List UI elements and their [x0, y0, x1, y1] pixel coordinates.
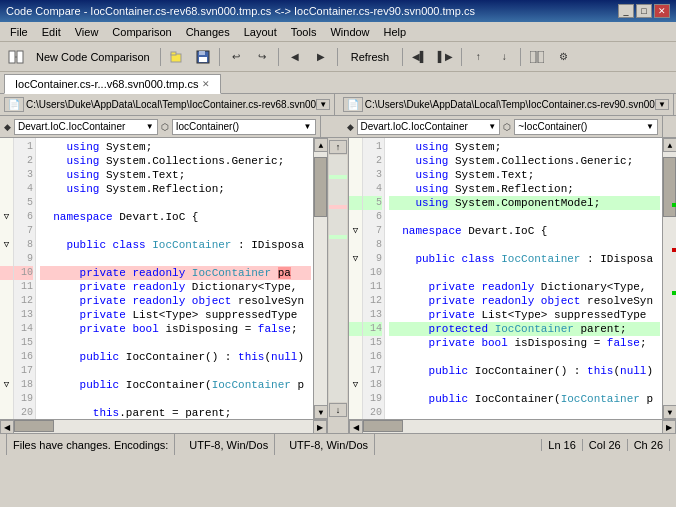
left-hscroll-track — [14, 420, 313, 433]
code-line: public IocContainer() : this(null) — [40, 350, 311, 364]
code-line: private readonly Dictionary<Type, — [389, 280, 660, 294]
toolbar: New Code Comparison ↩ ↪ ◀ ▶ Refresh ◀▌ ▌… — [0, 42, 676, 72]
mid-gutter-diff-map — [329, 155, 347, 402]
left-code-content[interactable]: using System; using System.Collections.G… — [36, 138, 313, 419]
refresh-nav-prev[interactable]: ◀ — [283, 46, 307, 68]
left-tab-close[interactable]: ✕ — [202, 79, 210, 89]
left-method-dropdown[interactable]: IocContainer() ▼ — [172, 119, 316, 135]
left-hscroll-thumb[interactable] — [14, 420, 54, 432]
next-diff-icon[interactable]: ↓ — [492, 46, 516, 68]
right-hscrollbar[interactable]: ◀ ▶ — [349, 419, 676, 433]
right-hscroll-left[interactable]: ◀ — [349, 420, 363, 433]
menu-window[interactable]: Window — [324, 24, 375, 40]
right-fold-namespace[interactable]: ▽ — [349, 224, 362, 238]
left-method-text: IocContainer() — [176, 121, 239, 132]
redo-icon[interactable]: ↪ — [250, 46, 274, 68]
status-line: Ln 16 — [541, 439, 583, 451]
fold-namespace[interactable]: ▽ — [0, 210, 13, 224]
window-controls: _ □ ✕ — [618, 4, 670, 18]
right-class-icon: ◆ — [347, 122, 354, 132]
left-class-text: Devart.IoC.IocContainer — [18, 121, 125, 132]
save-icon[interactable] — [191, 46, 215, 68]
prev-diff-icon[interactable]: ↑ — [466, 46, 490, 68]
left-hscroll-left[interactable]: ◀ — [0, 420, 14, 433]
code-line — [40, 196, 311, 210]
right-scroll-thumb[interactable] — [663, 157, 676, 217]
left-scroll-down[interactable]: ▼ — [314, 405, 327, 419]
code-line — [389, 210, 660, 224]
right-code-content[interactable]: using System; using System.Collections.G… — [385, 138, 662, 419]
menu-file[interactable]: File — [4, 24, 34, 40]
right-hscroll-thumb[interactable] — [363, 420, 403, 432]
right-path-icon[interactable]: 📄 — [343, 97, 363, 112]
menu-view[interactable]: View — [69, 24, 105, 40]
menu-help[interactable]: Help — [378, 24, 413, 40]
svg-rect-0 — [9, 51, 15, 63]
right-scroll-up[interactable]: ▲ — [663, 138, 676, 152]
menu-changes[interactable]: Changes — [180, 24, 236, 40]
code-line: using System.Text; — [40, 168, 311, 182]
code-line — [389, 406, 660, 419]
open-icon[interactable] — [165, 46, 189, 68]
new-comparison-label[interactable]: New Code Comparison — [30, 49, 156, 65]
left-vscrollbar[interactable]: ▲ ▼ — [313, 138, 327, 419]
code-line — [40, 392, 311, 406]
right-class-dropdown[interactable]: Devart.IoC.IocContainer ▼ — [357, 119, 501, 135]
code-line: private List<Type> suppressedType — [389, 308, 660, 322]
menu-comparison[interactable]: Comparison — [106, 24, 177, 40]
left-scroll-thumb[interactable] — [314, 157, 327, 217]
left-path-bar: 📄 C:\Users\Duke\AppData\Local\Temp\IocCo… — [0, 94, 335, 115]
panel-headers: 📄 C:\Users\Duke\AppData\Local\Temp\IocCo… — [0, 94, 676, 116]
left-class-dropdown[interactable]: Devart.IoC.IocContainer ▼ — [14, 119, 158, 135]
code-line — [389, 238, 660, 252]
undo-icon[interactable]: ↩ — [224, 46, 248, 68]
left-scroll-up[interactable]: ▲ — [314, 138, 327, 152]
right-method-dropdown[interactable]: ~IocContainer() ▼ — [514, 119, 658, 135]
refresh-nav-next[interactable]: ▶ — [309, 46, 333, 68]
left-class-arrow: ▼ — [146, 122, 154, 131]
refresh-button[interactable]: Refresh — [342, 46, 399, 68]
sync-scroll-up[interactable]: ↑ — [329, 140, 347, 154]
copy-left-icon[interactable]: ◀▌ — [407, 46, 431, 68]
code-line — [389, 378, 660, 392]
left-hscroll-right[interactable]: ▶ — [313, 420, 327, 433]
code-line — [40, 224, 311, 238]
code-line: private readonly object resolveSyn — [389, 294, 660, 308]
status-right-encoding: UTF-8, Win/Dos — [283, 434, 375, 455]
menu-layout[interactable]: Layout — [238, 24, 283, 40]
close-button[interactable]: ✕ — [654, 4, 670, 18]
menu-tools[interactable]: Tools — [285, 24, 323, 40]
maximize-button[interactable]: □ — [636, 4, 652, 18]
left-path-icon[interactable]: 📄 — [4, 97, 24, 112]
left-path-dropdown[interactable]: ▼ — [316, 99, 330, 110]
mid-class-sep — [321, 116, 343, 137]
menu-edit[interactable]: Edit — [36, 24, 67, 40]
code-line: this.parent = parent; — [40, 406, 311, 419]
right-class-bar: ◆ Devart.IoC.IocContainer ▼ ⬡ ~IocContai… — [343, 116, 663, 137]
code-line-highlight: private readonly IocContainer pa — [40, 266, 311, 280]
toolbar-separator-7 — [520, 48, 521, 66]
left-file-tab[interactable]: IocContainer.cs-r...v68.svn000.tmp.cs ✕ — [4, 74, 221, 94]
fold-ctor2[interactable]: ▽ — [0, 378, 13, 392]
right-scroll-down[interactable]: ▼ — [663, 405, 676, 419]
right-fold-class[interactable]: ▽ — [349, 252, 362, 266]
settings-icon[interactable]: ⚙ — [551, 46, 575, 68]
code-line: using System.Reflection; — [40, 182, 311, 196]
left-hscrollbar[interactable]: ◀ ▶ — [0, 419, 327, 433]
sync-scroll-down[interactable]: ↓ — [329, 403, 347, 417]
right-hscroll-right[interactable]: ▶ — [662, 420, 676, 433]
new-comparison-icon[interactable] — [4, 46, 28, 68]
minimize-button[interactable]: _ — [618, 4, 634, 18]
right-fold-ctor2[interactable]: ▽ — [349, 378, 362, 392]
code-line: public IocContainer(IocContainer p — [389, 392, 660, 406]
left-fold-gutter: ▽ ▽ ▽ ▽ — [0, 138, 14, 419]
right-vscrollbar[interactable]: ▲ ▼ — [662, 138, 676, 419]
right-path-dropdown[interactable]: ▼ — [655, 99, 669, 110]
right-code-panel: ▽ ▽ ▽ ▽ 1 — [349, 138, 676, 433]
left-code-panel: ▽ ▽ ▽ ▽ 1 — [0, 138, 327, 433]
copy-right-icon[interactable]: ▌▶ — [433, 46, 457, 68]
diff-indicator-green2 — [329, 235, 347, 239]
fold-class[interactable]: ▽ — [0, 238, 13, 252]
class-bars: ◆ Devart.IoC.IocContainer ▼ ⬡ IocContain… — [0, 116, 676, 138]
split-view-icon[interactable] — [525, 46, 549, 68]
